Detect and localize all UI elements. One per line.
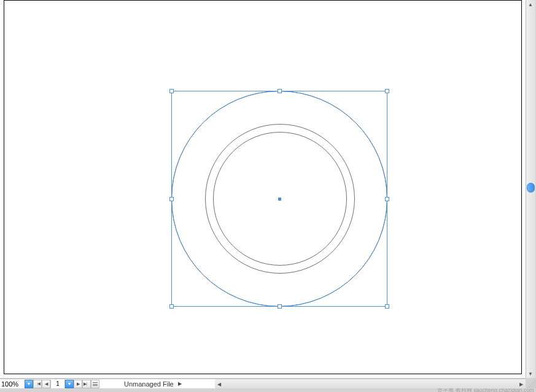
file-status-text: Unmanaged File [124,380,174,388]
status-expand-icon[interactable]: ▶ [176,380,184,388]
horizontal-scrollbar[interactable]: ◀ ▶ [215,379,526,388]
first-icon: ⎹◀ [34,382,41,386]
scroll-thumb-vertical[interactable] [527,183,535,193]
resize-handle-bl[interactable] [169,304,174,309]
app-container: ▲ ▼ ▼ ⎹◀ ◀ ▼ ▶ ▶⎸ Unmanaged File ▶ ◀ ▶ 查… [0,0,536,392]
menu-lines-icon [93,382,98,386]
vertical-scrollbar[interactable]: ▲ ▼ [526,0,535,378]
resize-handle-tm[interactable] [278,89,282,93]
artboard [4,0,522,374]
scroll-down-arrow-icon[interactable]: ▼ [526,369,535,378]
last-icon: ▶⎸ [84,382,90,386]
resize-handle-br[interactable] [385,304,389,309]
resize-handle-mr[interactable] [385,197,389,201]
selection-center-point [278,198,281,201]
watermark-text1: 查字典 [437,388,454,392]
resize-handle-ml[interactable] [169,197,174,201]
window-resize-grip[interactable] [526,379,536,388]
page-menu-button[interactable] [91,380,99,388]
scroll-right-arrow-icon[interactable]: ▶ [517,380,526,388]
scroll-left-arrow-icon[interactable]: ◀ [215,380,223,388]
zoom-dropdown-icon[interactable]: ▼ [25,380,33,388]
status-bar: ▼ ⎹◀ ◀ ▼ ▶ ▶⎸ Unmanaged File ▶ [0,379,215,388]
page-input[interactable] [50,380,65,388]
watermark-text2: 教程网 [456,388,472,392]
resize-handle-tl[interactable] [169,89,174,93]
canvas-area[interactable] [0,0,526,378]
last-page-button[interactable]: ▶⎸ [82,380,91,388]
zoom-input[interactable] [0,379,25,388]
next-page-button[interactable]: ▶ [74,380,82,388]
watermark-subtext: jiaocheng.chazidian.com [473,388,534,392]
resize-handle-bm[interactable] [278,304,282,309]
prev-page-button[interactable]: ◀ [42,380,50,388]
scroll-up-arrow-icon[interactable]: ▲ [526,0,535,9]
first-page-button[interactable]: ⎹◀ [33,380,42,388]
watermark: 查字典 教程网 jiaocheng.chazidian.com [437,388,534,392]
selection-bounding-box[interactable] [171,91,387,307]
page-dropdown-icon[interactable]: ▼ [65,380,74,388]
resize-handle-tr[interactable] [385,89,389,93]
